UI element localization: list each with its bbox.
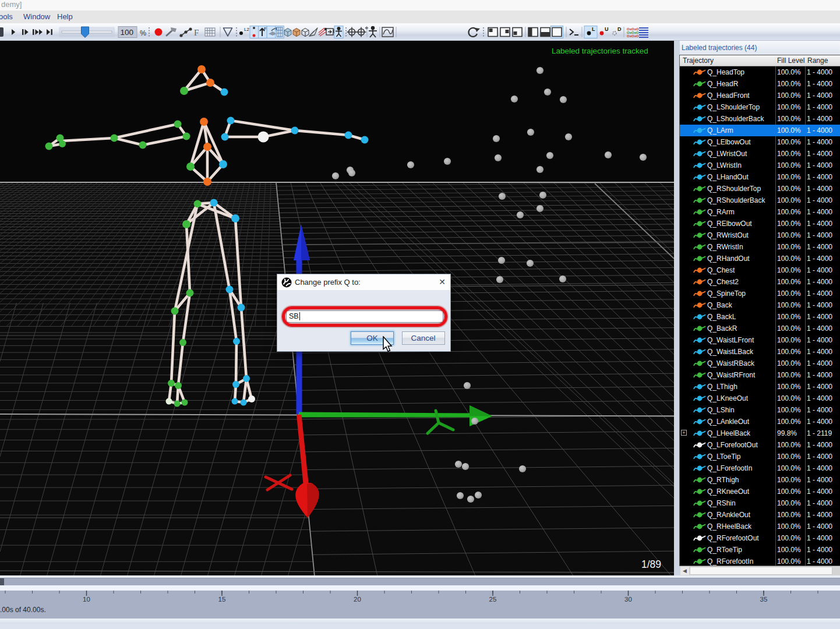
svg-text:10: 10	[83, 596, 90, 603]
svg-text:30: 30	[624, 596, 632, 603]
svg-text:OxOxO: OxOxO	[627, 34, 639, 38]
svg-text:L: L	[592, 26, 595, 32]
svg-text:D: D	[617, 26, 622, 32]
svg-text:F: F	[264, 26, 267, 31]
svg-text:35: 35	[760, 596, 768, 603]
svg-text:20: 20	[354, 596, 361, 603]
svg-text:L2: L2	[244, 27, 249, 32]
svg-text:U: U	[605, 26, 609, 32]
svg-text:15: 15	[218, 596, 226, 603]
svg-text:100: 100	[120, 28, 133, 37]
svg-text:F: F	[194, 28, 199, 37]
svg-text:%: %	[140, 29, 146, 37]
svg-text:25: 25	[489, 596, 497, 603]
